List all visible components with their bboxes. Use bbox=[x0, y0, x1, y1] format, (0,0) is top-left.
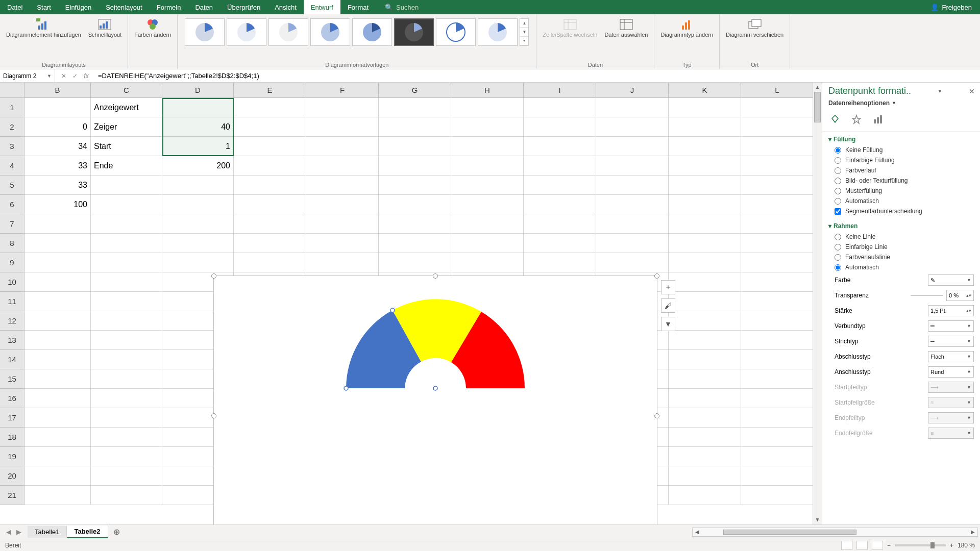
add-sheet-button[interactable]: ⊕ bbox=[108, 527, 125, 537]
cell-G5[interactable] bbox=[379, 176, 451, 195]
cell-E4[interactable] bbox=[234, 156, 306, 176]
cell-B2[interactable]: 0 bbox=[24, 117, 91, 137]
cell-K15[interactable] bbox=[669, 369, 741, 389]
cell-C3[interactable]: Start bbox=[91, 137, 162, 156]
row-header-4[interactable]: 4 bbox=[0, 156, 24, 176]
cancel-icon[interactable]: ✕ bbox=[59, 72, 68, 80]
fill-picture-radio[interactable]: Bild- oder Texturfüllung bbox=[828, 176, 974, 186]
cell-B13[interactable] bbox=[24, 331, 91, 350]
cell-L20[interactable] bbox=[741, 466, 814, 486]
cell-L17[interactable] bbox=[741, 408, 814, 428]
cell-E9[interactable] bbox=[234, 253, 306, 272]
cell-E1[interactable] bbox=[234, 98, 306, 117]
cell-F3[interactable] bbox=[306, 137, 379, 156]
cell-H6[interactable] bbox=[451, 195, 524, 214]
cell-L14[interactable] bbox=[741, 350, 814, 369]
cell-D6[interactable] bbox=[162, 195, 234, 214]
transparency-slider[interactable] bbox=[911, 295, 943, 296]
row-header-12[interactable]: 12 bbox=[0, 311, 24, 331]
cell-D5[interactable] bbox=[162, 176, 234, 195]
cell-D4[interactable]: 200 bbox=[162, 156, 234, 176]
col-header-B[interactable]: B bbox=[24, 83, 91, 98]
cell-L16[interactable] bbox=[741, 389, 814, 408]
cell-E5[interactable] bbox=[234, 176, 306, 195]
cell-K20[interactable] bbox=[669, 466, 741, 486]
row-header-20[interactable]: 20 bbox=[0, 466, 24, 486]
cell-L18[interactable] bbox=[741, 428, 814, 447]
tab-formeln[interactable]: Formeln bbox=[150, 0, 188, 14]
cell-K16[interactable] bbox=[669, 389, 741, 408]
cell-I7[interactable] bbox=[524, 214, 596, 234]
zoom-slider[interactable] bbox=[895, 544, 946, 546]
cell-K19[interactable] bbox=[669, 447, 741, 466]
cell-G3[interactable] bbox=[379, 137, 451, 156]
vertical-scrollbar[interactable]: ▲▼ bbox=[813, 83, 822, 524]
chart-elements-button[interactable]: ＋ bbox=[661, 280, 675, 294]
row-header-19[interactable]: 19 bbox=[0, 447, 24, 466]
cell-F4[interactable] bbox=[306, 156, 379, 176]
cell-K12[interactable] bbox=[669, 311, 741, 331]
chart-style-8[interactable] bbox=[478, 18, 518, 46]
view-page-break-button[interactable] bbox=[872, 541, 883, 550]
sheet-tab-tabelle2[interactable]: Tabelle2 bbox=[67, 525, 108, 538]
zoom-in-button[interactable]: + bbox=[950, 542, 953, 549]
cell-K13[interactable] bbox=[669, 331, 741, 350]
sheet-tab-tabelle1[interactable]: Tabelle1 bbox=[28, 526, 67, 538]
cell-B4[interactable]: 33 bbox=[24, 156, 91, 176]
cell-L6[interactable] bbox=[741, 195, 814, 214]
fill-gradient-radio[interactable]: Farbverlauf bbox=[828, 165, 974, 176]
view-page-layout-button[interactable] bbox=[856, 541, 868, 550]
pane-close-button[interactable]: ✕ bbox=[969, 87, 975, 95]
pane-tab-series[interactable] bbox=[871, 113, 885, 126]
cell-L1[interactable] bbox=[741, 98, 814, 117]
cell-E3[interactable] bbox=[234, 137, 306, 156]
col-header-L[interactable]: L bbox=[741, 83, 814, 98]
border-color-picker[interactable]: ✎▼ bbox=[928, 274, 974, 286]
border-gradient-radio[interactable]: Farbverlaufslinie bbox=[828, 252, 974, 262]
cell-B7[interactable] bbox=[24, 214, 91, 234]
cell-C20[interactable] bbox=[91, 466, 162, 486]
pane-series-options[interactable]: Datenreihenoptionen ▼ bbox=[822, 98, 980, 110]
cell-K14[interactable] bbox=[669, 350, 741, 369]
cell-L10[interactable] bbox=[741, 272, 814, 292]
row-header-21[interactable]: 21 bbox=[0, 486, 24, 505]
col-header-I[interactable]: I bbox=[524, 83, 596, 98]
cell-H8[interactable] bbox=[451, 234, 524, 253]
worksheet-grid[interactable]: BCDEFGHIJKL1Anzeigewert20Zeiger40334Star… bbox=[0, 83, 822, 524]
cell-J6[interactable] bbox=[596, 195, 669, 214]
cell-K7[interactable] bbox=[669, 214, 741, 234]
chart-filters-button[interactable]: ▼ bbox=[661, 317, 675, 331]
row-header-8[interactable]: 8 bbox=[0, 234, 24, 253]
cell-K1[interactable] bbox=[669, 98, 741, 117]
cell-I2[interactable] bbox=[524, 117, 596, 137]
cell-C9[interactable] bbox=[91, 253, 162, 272]
cell-C11[interactable] bbox=[91, 292, 162, 311]
cell-L13[interactable] bbox=[741, 331, 814, 350]
border-solid-radio[interactable]: Einfarbige Linie bbox=[828, 242, 974, 252]
cell-G9[interactable] bbox=[379, 253, 451, 272]
pane-tab-fill[interactable] bbox=[828, 113, 842, 126]
chart-style-6[interactable] bbox=[394, 18, 434, 46]
cell-E6[interactable] bbox=[234, 195, 306, 214]
transparency-input[interactable]: 0 %▴▾ bbox=[946, 290, 974, 301]
row-header-2[interactable]: 2 bbox=[0, 117, 24, 137]
cell-D2[interactable]: 40 bbox=[162, 117, 234, 137]
tab-entwurf[interactable]: Entwurf bbox=[304, 0, 340, 14]
fill-section-header[interactable]: ▾Füllung bbox=[828, 136, 974, 143]
cell-J8[interactable] bbox=[596, 234, 669, 253]
cell-E7[interactable] bbox=[234, 214, 306, 234]
col-header-J[interactable]: J bbox=[596, 83, 669, 98]
cell-F9[interactable] bbox=[306, 253, 379, 272]
fill-none-radio[interactable]: Keine Füllung bbox=[828, 145, 974, 155]
cell-G8[interactable] bbox=[379, 234, 451, 253]
cell-B17[interactable] bbox=[24, 408, 91, 428]
chart-object[interactable]: Tacho Anzeigewert ＋ 🖌 ▼ bbox=[213, 276, 657, 524]
cell-C4[interactable]: Ende bbox=[91, 156, 162, 176]
name-box-dropdown-icon[interactable]: ▼ bbox=[47, 73, 52, 79]
cell-K2[interactable] bbox=[669, 117, 741, 137]
cell-D1[interactable] bbox=[162, 98, 234, 117]
tab-einfuegen[interactable]: Einfügen bbox=[58, 0, 99, 14]
cell-B15[interactable] bbox=[24, 369, 91, 389]
vary-colors-checkbox[interactable]: Segmentfarbunterscheidung bbox=[828, 206, 974, 216]
cell-L12[interactable] bbox=[741, 311, 814, 331]
